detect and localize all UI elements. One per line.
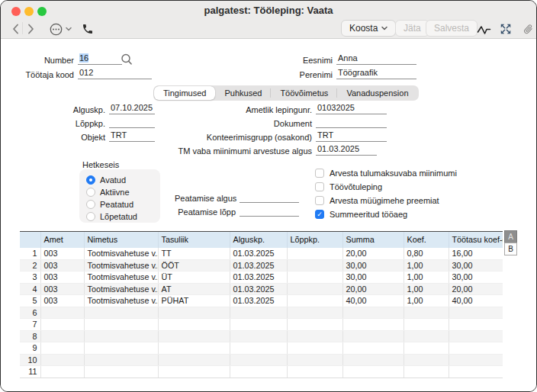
checkbox-row[interactable]: Summeeritud tööaeg — [315, 209, 457, 219]
checkbox-icon[interactable] — [315, 182, 324, 191]
checkbox-icon[interactable] — [315, 196, 324, 205]
checkbox-row[interactable]: Töövõtuleping — [315, 182, 457, 191]
cell[interactable]: 20,00 — [342, 248, 404, 260]
cell[interactable]: ÖÖT — [158, 259, 230, 272]
cell[interactable] — [230, 354, 287, 366]
lastname-input[interactable]: Töögraafik — [336, 68, 416, 79]
cell[interactable] — [158, 319, 230, 331]
radio-aktiivne[interactable]: Aktiivne — [86, 186, 160, 198]
cell[interactable]: Tootmisvahetuse v... — [84, 283, 158, 295]
cell[interactable]: AT — [158, 283, 230, 295]
radio-circle-icon[interactable] — [86, 200, 95, 209]
suspension-end-input[interactable] — [240, 205, 299, 217]
cell[interactable] — [342, 319, 404, 331]
cell[interactable] — [230, 366, 287, 378]
enddate-input[interactable] — [109, 117, 155, 128]
column-header[interactable]: Tasuliik — [158, 232, 230, 248]
cell[interactable] — [287, 330, 342, 342]
cell[interactable]: 30,00 — [342, 272, 404, 284]
column-header[interactable]: Lõppkp. — [287, 232, 342, 248]
firstname-input[interactable]: Anna — [336, 53, 416, 65]
row-number[interactable]: 9 — [20, 342, 40, 355]
cell[interactable]: 003 — [40, 295, 84, 307]
cell[interactable] — [287, 319, 342, 331]
object-input[interactable]: TRT — [109, 130, 155, 142]
column-header[interactable]: Alguskp. — [230, 232, 287, 248]
row-number[interactable]: 4 — [20, 283, 40, 295]
tab-puhkused[interactable]: Puhkused — [215, 86, 271, 100]
cell[interactable] — [230, 307, 287, 319]
cell[interactable] — [449, 366, 503, 378]
cell[interactable] — [287, 248, 342, 260]
startdate-input[interactable]: 07.10.2025 — [109, 103, 155, 114]
cell[interactable]: 1,00 — [404, 259, 449, 272]
accounting-group-input[interactable]: TRT — [316, 130, 387, 142]
column-header[interactable] — [20, 232, 40, 248]
tab-vanaduspension[interactable]: Vanaduspension — [337, 86, 417, 100]
cell[interactable] — [449, 330, 503, 342]
cell[interactable] — [158, 330, 230, 342]
cell[interactable]: 20,00 — [449, 283, 503, 295]
cell[interactable]: 003 — [40, 248, 84, 260]
cell[interactable] — [84, 342, 158, 355]
grid-view-a-button[interactable]: A — [504, 230, 517, 243]
cell[interactable] — [404, 330, 449, 342]
row-number[interactable]: 6 — [20, 307, 40, 319]
cell[interactable] — [404, 319, 449, 331]
cell[interactable] — [40, 330, 84, 342]
row-number[interactable]: 3 — [20, 272, 40, 284]
radio-avatud[interactable]: Avatud — [86, 174, 160, 185]
cell[interactable]: 1,00 — [404, 272, 449, 284]
cell[interactable] — [84, 319, 158, 331]
cell[interactable] — [230, 319, 287, 331]
cell[interactable] — [84, 366, 158, 378]
number-input[interactable]: 16 — [78, 53, 122, 65]
cell[interactable]: Tootmisvahetuse v... — [84, 272, 158, 284]
grid-view-b-button[interactable]: B — [504, 243, 517, 255]
employee-code-input[interactable]: 012 — [78, 68, 152, 79]
radio-circle-icon[interactable] — [86, 188, 95, 197]
cell[interactable] — [404, 342, 449, 355]
radio-circle-icon[interactable] — [86, 175, 95, 185]
cell[interactable] — [158, 307, 230, 319]
cell[interactable] — [287, 307, 342, 319]
cell[interactable]: 30,00 — [342, 259, 404, 272]
radio-peatatud[interactable]: Peatatud — [86, 198, 160, 210]
cell[interactable] — [342, 354, 404, 366]
row-number[interactable]: 1 — [20, 248, 40, 260]
cell[interactable]: Tootmisvahetuse v... — [84, 248, 158, 260]
cell[interactable]: PÜHAT — [158, 295, 230, 307]
cell[interactable] — [287, 272, 342, 284]
cell[interactable]: 1,00 — [404, 283, 449, 295]
cell[interactable]: 003 — [40, 283, 84, 295]
cell[interactable]: 01.03.2025 — [230, 259, 287, 272]
cell[interactable]: Tootmisvahetuse v... — [84, 295, 158, 307]
expand-button[interactable] — [498, 21, 513, 37]
cell[interactable]: 01.03.2025 — [230, 248, 287, 260]
cell[interactable]: 0,80 — [404, 248, 449, 260]
document-input[interactable] — [316, 117, 387, 128]
koosta-button[interactable]: Koosta — [341, 20, 396, 37]
row-number[interactable]: 8 — [20, 330, 40, 342]
cell[interactable] — [287, 283, 342, 295]
row-number[interactable]: 7 — [20, 319, 40, 331]
checkbox-icon[interactable] — [315, 169, 324, 178]
checkbox-row[interactable]: Arvesta müügimehe preemiat — [315, 195, 457, 205]
cell[interactable]: 003 — [40, 259, 84, 272]
column-header[interactable]: Summa — [342, 232, 404, 248]
cell[interactable] — [84, 330, 158, 342]
row-number[interactable]: 11 — [20, 366, 40, 378]
cell[interactable]: 40,00 — [342, 295, 404, 307]
row-number[interactable]: 2 — [20, 259, 40, 272]
cell[interactable] — [287, 342, 342, 355]
row-number[interactable]: 5 — [20, 295, 40, 307]
cell[interactable] — [40, 307, 84, 319]
contract-number-input[interactable]: 01032025 — [316, 103, 387, 114]
back-button[interactable] — [8, 21, 22, 37]
cell[interactable]: 003 — [40, 272, 84, 284]
cell[interactable] — [449, 354, 503, 366]
cell[interactable]: ÜT — [158, 272, 230, 284]
call-button[interactable] — [80, 21, 95, 37]
cell[interactable]: 01.03.2025 — [230, 283, 287, 295]
checkbox-row[interactable]: Arvesta tulumaksuvaba miinimumi — [315, 168, 457, 178]
